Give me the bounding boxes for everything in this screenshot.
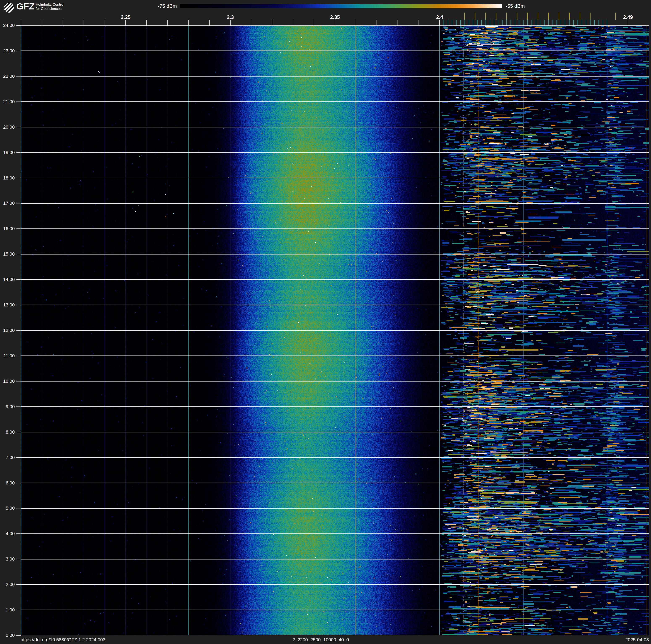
- ble-channel-tick: [477, 20, 477, 25]
- freq-tick: [230, 20, 230, 25]
- time-label: 20:00: [0, 124, 15, 130]
- time-label: 13:00: [0, 302, 15, 308]
- freq-tick: [209, 20, 210, 25]
- ble-channel-tick: [586, 20, 586, 25]
- time-tick: [17, 25, 21, 26]
- wifi-channel-tick: [559, 12, 559, 20]
- time-label: 16:00: [0, 226, 15, 231]
- ble-channel-tick: [590, 20, 591, 25]
- org-name: Helmholtz Centre for Geosciences: [36, 2, 63, 11]
- time-tick: [17, 127, 21, 127]
- time-tick: [17, 51, 21, 51]
- ble-channel-tick: [594, 20, 595, 25]
- time-tick: [17, 508, 21, 508]
- ble-channel-tick: [443, 20, 444, 25]
- spectrogram-monitor-page: { "header": { "logo_text": "GFZ", "org_l…: [0, 0, 651, 644]
- ble-channel-tick: [540, 20, 540, 25]
- freq-tick: [42, 20, 42, 25]
- time-tick: [17, 457, 21, 458]
- freq-tick: [63, 20, 63, 25]
- wifi-channel-tick: [527, 12, 528, 20]
- freq-tick: [356, 20, 356, 25]
- ble-channel-tick: [490, 20, 490, 25]
- time-tick: [17, 407, 21, 407]
- freq-label: 2.25: [116, 14, 135, 20]
- ble-channel-tick: [557, 20, 557, 25]
- time-label: 17:00: [0, 201, 15, 206]
- org-line2: for Geosciences: [36, 7, 63, 11]
- ble-channel-tick: [502, 20, 502, 25]
- wifi-channel-tick: [615, 12, 616, 20]
- ble-channel-tick: [456, 20, 457, 25]
- time-label: 22:00: [0, 74, 15, 79]
- spectrogram-canvas: [21, 25, 649, 635]
- wifi-channel-tick: [496, 12, 496, 20]
- time-label: 23:00: [0, 48, 15, 54]
- wifi-channel-tick: [485, 12, 486, 20]
- time-tick: [17, 76, 21, 77]
- freq-tick: [418, 20, 419, 25]
- time-tick: [17, 610, 21, 610]
- time-tick: [17, 483, 21, 483]
- time-tick: [17, 203, 21, 203]
- wifi-channel-tick: [506, 12, 507, 20]
- time-label: 4:00: [0, 531, 15, 536]
- time-label: 2:00: [0, 582, 15, 587]
- freq-tick: [21, 20, 21, 25]
- org-line1: Helmholtz Centre: [36, 2, 63, 7]
- freq-label: 2.4: [430, 14, 449, 20]
- ble-channel-tick: [498, 20, 498, 25]
- freq-tick: [146, 20, 147, 25]
- time-tick: [17, 356, 21, 356]
- ble-channel-tick: [578, 20, 578, 25]
- ble-channel-tick: [510, 20, 511, 25]
- colorbar-gradient: [180, 4, 502, 8]
- ble-channel-tick: [607, 20, 607, 25]
- ble-channel-tick: [582, 20, 582, 25]
- freq-tick: [628, 20, 628, 25]
- time-label: 5:00: [0, 505, 15, 511]
- ble-channel-tick: [481, 20, 482, 25]
- ble-channel-tick: [465, 20, 465, 25]
- freq-label: 2.49: [618, 14, 637, 20]
- freq-tick: [167, 20, 168, 25]
- colorbar-max-label: -55 dBm: [506, 3, 557, 9]
- time-label: 21:00: [0, 99, 15, 105]
- time-tick: [17, 229, 21, 229]
- freq-tick: [84, 20, 84, 25]
- ble-channel-tick: [603, 20, 603, 25]
- ble-channel-tick: [565, 20, 565, 25]
- gfz-logo-icon: [4, 3, 14, 12]
- time-tick: [17, 178, 21, 178]
- time-label: 1:00: [0, 607, 15, 613]
- ble-channel-tick: [452, 20, 452, 25]
- time-label: 24:00: [0, 23, 15, 28]
- freq-tick: [335, 20, 335, 25]
- doi-text: https://doi.org/10.5880/GFZ.1.2.2024.003: [21, 637, 105, 643]
- ble-channel-tick: [519, 20, 519, 25]
- time-tick: [17, 533, 21, 534]
- freq-tick: [376, 20, 377, 25]
- time-tick: [17, 559, 21, 559]
- ble-channel-tick: [469, 20, 469, 25]
- ble-channel-tick: [569, 20, 569, 25]
- time-label: 6:00: [0, 480, 15, 486]
- freq-tick: [314, 20, 314, 25]
- ble-channel-tick: [473, 20, 473, 25]
- ble-channel-tick: [515, 20, 515, 25]
- freq-tick: [272, 20, 272, 25]
- time-label: 0:00: [0, 633, 15, 638]
- ble-channel-tick: [598, 20, 599, 25]
- ble-channel-tick: [544, 20, 545, 25]
- colorbar-min-label: -75 dBm: [126, 3, 177, 9]
- time-label: 11:00: [0, 353, 15, 358]
- wifi-channel-tick: [475, 12, 475, 20]
- gfz-logo-text: GFZ: [17, 1, 34, 11]
- freq-tick: [125, 20, 126, 25]
- time-label: 14:00: [0, 277, 15, 282]
- time-label: 10:00: [0, 379, 15, 384]
- wifi-channel-tick: [590, 12, 591, 20]
- time-tick: [17, 432, 21, 432]
- freq-label: 2.35: [326, 14, 344, 20]
- freq-tick: [398, 20, 398, 25]
